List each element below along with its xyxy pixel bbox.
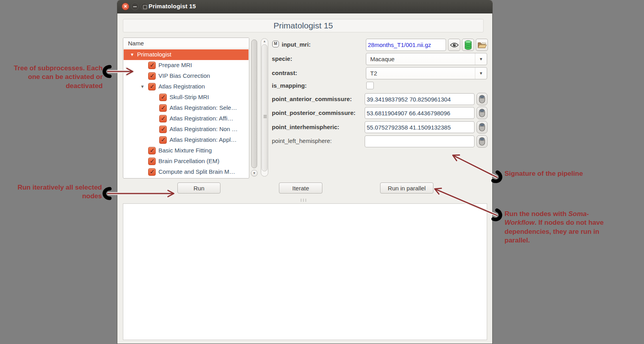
- chevron-down-icon[interactable]: ▼: [130, 52, 134, 57]
- tree-row-brain-parcellation[interactable]: ✓ Brain Parcellation (EM): [124, 156, 249, 167]
- point-left-hemisphere-field[interactable]: [365, 135, 475, 147]
- point-anterior-label: point_anterior_commissure:: [272, 96, 352, 102]
- form-scrollbar-thumb[interactable]: [262, 44, 267, 171]
- tree-column-header[interactable]: Name: [123, 38, 249, 49]
- contrast-label: contrast:: [272, 70, 297, 76]
- signature-annotation: Signature of the pipeline: [505, 169, 595, 178]
- database-icon: [464, 40, 472, 50]
- form-scrollbar[interactable]: ▲: [261, 38, 268, 177]
- parallel-annotation-text: Run the nodes with: [505, 210, 569, 218]
- pick-point-button[interactable]: [476, 107, 488, 119]
- tree-row-basic-mixture[interactable]: ✓ Basic Mixture Fitting: [124, 145, 249, 156]
- checkbox-checked-icon[interactable]: ✓: [159, 94, 167, 101]
- run-in-parallel-button[interactable]: Run in parallel: [380, 182, 433, 194]
- point-anterior-field[interactable]: [365, 93, 475, 105]
- tree-item-label: Basic Mixture Fitting: [158, 147, 212, 154]
- output-panel[interactable]: [123, 203, 487, 340]
- checkbox-checked-icon[interactable]: ✓: [159, 126, 167, 133]
- scroll-down-icon[interactable]: ▼: [251, 170, 258, 177]
- is-mapping-label: is_mapping:: [272, 82, 307, 89]
- point-interhemispheric-label: point_interhemispheric:: [272, 124, 339, 130]
- is-mapping-checkbox[interactable]: [366, 82, 374, 89]
- contrast-value: T2: [366, 70, 475, 77]
- contrast-select[interactable]: T2 ▼: [366, 67, 487, 79]
- browse-file-button[interactable]: [476, 39, 488, 51]
- point-posterior-field[interactable]: [365, 107, 475, 119]
- chevron-down-icon[interactable]: ▼: [140, 84, 145, 89]
- maximize-icon[interactable]: [141, 3, 148, 10]
- tree-row-atlas-registration[interactable]: ▼ ✓ Atlas Registration: [124, 81, 249, 92]
- window-title: Primatologist 15: [149, 3, 196, 9]
- tree-row-vip-bias[interactable]: ✓ VIP Bias Correction: [124, 71, 249, 81]
- minimize-icon[interactable]: [131, 3, 139, 10]
- checkbox-checked-icon[interactable]: ✓: [159, 115, 167, 122]
- tree-row-prepare-mri[interactable]: ✓ Prepare MRI: [124, 60, 249, 71]
- input-mri-label: input_mri:: [282, 41, 311, 48]
- checkbox-checked-icon[interactable]: ✓: [159, 104, 167, 112]
- tree-row-ar-sele[interactable]: ✓ Atlas Registration: Sele…: [124, 103, 249, 113]
- tree-scrollbar[interactable]: [251, 39, 257, 168]
- tree-row-primatologist[interactable]: ▼ Primatologist: [124, 49, 249, 60]
- pick-point-button[interactable]: [476, 121, 488, 133]
- specie-label: specie:: [272, 55, 292, 62]
- mouse-icon: [478, 95, 486, 103]
- specie-select[interactable]: Macaque ▼: [366, 53, 487, 65]
- point-interhemispheric-field[interactable]: [365, 121, 475, 133]
- pick-point-button[interactable]: [476, 93, 488, 105]
- mouse-icon: [478, 109, 486, 117]
- chevron-down-icon: ▼: [475, 53, 487, 65]
- tree-item-label: Atlas Registration: Appl…: [169, 136, 237, 143]
- tree-row-skull-strip[interactable]: ✓ Skull-Strip MRI: [124, 92, 249, 103]
- tree-item-label: Compute and Split Brain M…: [158, 168, 235, 175]
- tree-item-label: Atlas Registration: Affi…: [169, 115, 233, 122]
- tree-item-label: VIP Bias Correction: [158, 72, 210, 79]
- app-window: ✕ Primatologist 15 Primatologist 15 Name…: [117, 0, 493, 344]
- checkbox-checked-icon[interactable]: ✓: [159, 136, 167, 144]
- tree-row-ar-affi[interactable]: ✓ Atlas Registration: Affi…: [124, 113, 249, 124]
- run-annotation: Run iteratively all selected nodes: [12, 183, 102, 201]
- tree-item-label: Primatologist: [137, 51, 171, 58]
- tree-row-compute-split[interactable]: ✓ Compute and Split Brain M…: [124, 167, 249, 177]
- screenshot-stage: ✕ Primatologist 15 Primatologist 15 Name…: [0, 0, 644, 344]
- chevron-down-icon: ▼: [475, 68, 487, 79]
- point-posterior-label: point_posterior_commissure:: [272, 109, 356, 116]
- checkbox-checked-icon[interactable]: ✓: [148, 62, 156, 69]
- parallel-annotation: Run the nodes with Soma-Workflow. If nod…: [505, 210, 608, 245]
- input-mri-field[interactable]: [366, 39, 446, 51]
- iterate-button[interactable]: Iterate: [279, 182, 322, 194]
- scroll-up-icon[interactable]: ▲: [261, 39, 268, 43]
- page-title: Primatologist 15: [123, 19, 483, 32]
- tree-item-label: Brain Parcellation (EM): [158, 158, 219, 164]
- close-icon[interactable]: ✕: [122, 3, 129, 10]
- tree-row-ar-non[interactable]: ✓ Atlas Registration: Non …: [124, 124, 249, 135]
- point-left-hemisphere-label: point_left_hemisphere:: [272, 137, 332, 144]
- folder-open-icon: [477, 41, 487, 49]
- mouse-icon: [478, 137, 486, 146]
- tree-item-label: Atlas Registration: Non …: [169, 126, 238, 132]
- tree-row-ar-appl[interactable]: ✓ Atlas Registration: Appl…: [124, 135, 249, 145]
- checkbox-checked-icon[interactable]: ✓: [148, 168, 156, 176]
- splitter-handle[interactable]: [301, 199, 306, 202]
- view-button[interactable]: [448, 39, 460, 51]
- tree-item-label: Atlas Registration: [158, 83, 205, 90]
- mouse-icon: [478, 123, 486, 132]
- tree-annotation: Tree of subprocesses. Each one can be ac…: [3, 64, 103, 90]
- subprocess-tree[interactable]: Name ▼ Primatologist ✓ Prepare MRI ✓ VIP…: [123, 38, 249, 179]
- eye-icon: [450, 42, 459, 48]
- tree-item-label: Prepare MRI: [158, 62, 192, 68]
- database-button[interactable]: [462, 39, 474, 51]
- tree-item-label: Atlas Registration: Sele…: [169, 104, 237, 111]
- pick-point-button[interactable]: [476, 135, 488, 148]
- checkbox-checked-icon[interactable]: ✓: [148, 158, 156, 165]
- titlebar[interactable]: ✕ Primatologist 15: [117, 0, 492, 13]
- checkbox-checked-icon[interactable]: ✓: [148, 83, 156, 90]
- checkbox-checked-icon[interactable]: ✓: [148, 72, 156, 80]
- checkbox-checked-icon[interactable]: ✓: [148, 147, 156, 154]
- tree-item-label: Skull-Strip MRI: [169, 94, 209, 100]
- run-button[interactable]: Run: [177, 182, 220, 194]
- specie-value: Macaque: [366, 56, 475, 62]
- pipeline-header: Primatologist 15: [123, 19, 484, 32]
- mandatory-badge: M: [272, 41, 279, 47]
